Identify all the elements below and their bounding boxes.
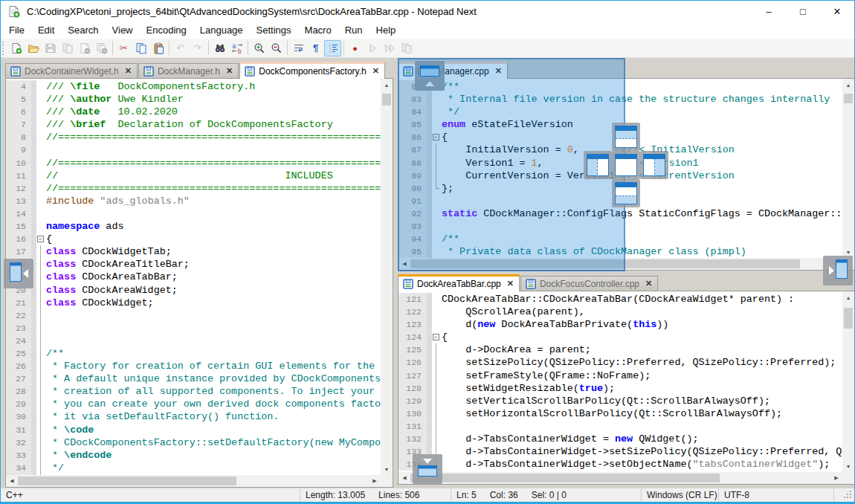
fold-margin	[432, 382, 442, 395]
tab-DockContainerWidget.h[interactable]: DockContainerWidget.h✕	[5, 63, 138, 78]
macro-record-icon[interactable]: ●	[346, 40, 364, 56]
zoom-out-icon[interactable]	[268, 40, 285, 56]
tab-close-icon[interactable]: ✕	[125, 66, 132, 76]
menu-item-edit[interactable]: Edit	[31, 22, 61, 39]
fold-margin	[432, 407, 442, 420]
resize-grip[interactable]	[842, 490, 853, 500]
menu-item-view[interactable]: View	[106, 22, 140, 39]
fold-collapse-icon[interactable]: −	[433, 334, 439, 340]
scroll-track[interactable]	[410, 472, 830, 484]
vertical-scrollbar[interactable]: ▲▼	[381, 79, 393, 475]
scroll-track[interactable]	[842, 303, 854, 460]
scroll-thumb[interactable]	[410, 474, 720, 482]
dock-right-drop-indicator[interactable]	[640, 151, 668, 179]
menu-item-run[interactable]: Run	[338, 22, 370, 39]
scroll-track[interactable]	[18, 475, 369, 487]
menu-item-language[interactable]: Language	[193, 22, 250, 39]
menu-item-file[interactable]: File	[2, 22, 31, 39]
status-bar: C++ Length: 13.005Lines: 506 Ln: 5Col: 3…	[1, 488, 854, 502]
line-number: 28	[6, 385, 31, 398]
code-line: 18class CDockAreaTitleBar;	[6, 258, 381, 271]
tab-close-icon[interactable]: ✕	[372, 66, 379, 76]
change-margin	[31, 372, 36, 385]
dock-top-drop-indicator[interactable]	[612, 123, 640, 151]
minimize-button[interactable]: –	[752, 1, 786, 22]
horizontal-scrollbar[interactable]: ◀▶	[6, 475, 381, 487]
change-margin	[31, 207, 36, 220]
scroll-up-arrow[interactable]: ▲	[842, 291, 854, 303]
code-line: 125 d->DockArea = parent;	[399, 343, 842, 356]
vertical-scrollbar[interactable]: ▲▼	[842, 291, 854, 472]
tab-close-icon[interactable]: ✕	[645, 279, 652, 288]
edge-right-drop-indicator[interactable]	[823, 256, 853, 285]
scroll-right-arrow[interactable]: ▶	[369, 475, 381, 487]
line-number: 9	[6, 143, 31, 156]
macro-play-icon	[364, 40, 381, 56]
dock-center-drop-indicator[interactable]	[612, 151, 640, 179]
scroll-left-arrow[interactable]: ◀	[6, 475, 18, 487]
scroll-up-arrow[interactable]: ▲	[842, 79, 854, 91]
menu-item-settings[interactable]: Settings	[250, 22, 298, 39]
scroll-thumb[interactable]	[18, 476, 236, 485]
scroll-left-arrow[interactable]: ◀	[399, 472, 410, 484]
scroll-down-arrow[interactable]: ▼	[842, 460, 854, 472]
toolbar-separator	[248, 41, 248, 55]
dock-left-drop-indicator[interactable]	[584, 151, 612, 179]
line-number: 33	[6, 449, 31, 462]
tab-DockFocusController.cpp[interactable]: DockFocusController.cpp✕	[520, 276, 658, 291]
tab-close-icon[interactable]: ✕	[226, 66, 233, 76]
vertical-scrollbar[interactable]: ▲▼	[842, 79, 854, 258]
code-text: /// \file DockComponentsFactory.h	[46, 80, 381, 93]
scroll-thumb[interactable]	[844, 308, 853, 329]
code-line: 22	[6, 309, 381, 322]
code-editor-bottom_right[interactable]: 121CDockAreaTabBar::CDockAreaTabBar(CDoc…	[399, 291, 842, 472]
code-text: class CDockAreaTabBar;	[46, 271, 381, 283]
fold-line	[40, 436, 41, 449]
tab-DockManager.h[interactable]: DockManager.h✕	[138, 63, 239, 78]
show-all-characters-icon[interactable]: ¶	[307, 40, 324, 56]
tab-close-icon[interactable]: ✕	[507, 279, 514, 288]
code-line: 20class CDockAreaWidget;	[6, 284, 381, 297]
code-text: * \code	[46, 424, 381, 436]
tab-bar-left: DockContainerWidget.h✕DockManager.h✕Dock…	[5, 61, 393, 78]
tab-DockComponentsFactory.h[interactable]: DockComponentsFactory.h✕	[239, 62, 385, 79]
horizontal-scrollbar[interactable]: ◀▶	[399, 472, 842, 484]
file-save-icon	[10, 66, 21, 77]
paste-icon[interactable]	[149, 40, 167, 56]
tab-label: DockAreaTabBar.cpp	[417, 279, 501, 289]
indent-guide-icon[interactable]	[324, 40, 341, 56]
edge-left-drop-indicator[interactable]	[4, 259, 33, 288]
zoom-in-icon[interactable]	[251, 40, 268, 56]
scroll-thumb[interactable]	[382, 94, 391, 106]
menu-item-encoding[interactable]: Encoding	[140, 22, 193, 39]
scroll-track[interactable]	[381, 91, 393, 463]
code-editor-left[interactable]: 4/// \file DockComponentsFactory.h5/// \…	[6, 79, 381, 475]
new-file-icon[interactable]	[7, 40, 25, 56]
open-file-icon[interactable]	[25, 40, 42, 56]
code-line: 24	[6, 335, 381, 347]
scroll-thumb[interactable]	[844, 94, 853, 103]
menu-item-search[interactable]: Search	[61, 22, 105, 39]
find-icon[interactable]	[211, 40, 228, 56]
tab-DockAreaTabBar.cpp[interactable]: DockAreaTabBar.cpp✕	[398, 274, 520, 291]
replace-icon[interactable]: ab	[228, 40, 245, 56]
dock-bottom-drop-indicator[interactable]	[612, 179, 640, 207]
fold-margin	[432, 395, 442, 407]
fold-line	[40, 322, 41, 335]
fold-collapse-icon[interactable]: −	[37, 236, 44, 242]
scroll-down-arrow[interactable]: ▼	[381, 463, 393, 475]
scroll-right-arrow[interactable]: ▶	[830, 472, 842, 484]
redo-icon: ↷	[189, 40, 206, 56]
code-text: // INCLUDES	[46, 169, 381, 182]
edge-bottom-drop-indicator[interactable]	[413, 454, 442, 484]
scroll-up-arrow[interactable]: ▲	[381, 79, 393, 91]
copy-icon[interactable]	[132, 40, 149, 56]
word-wrap-icon[interactable]	[290, 40, 307, 56]
scroll-track[interactable]	[842, 91, 854, 246]
cut-icon[interactable]: ✂	[115, 40, 132, 56]
menu-item-help[interactable]: Help	[370, 22, 403, 39]
menu-item-macro[interactable]: Macro	[298, 22, 338, 39]
maximize-button[interactable]: □	[786, 1, 820, 22]
change-margin	[31, 118, 36, 131]
close-button[interactable]: ✕	[820, 1, 854, 22]
